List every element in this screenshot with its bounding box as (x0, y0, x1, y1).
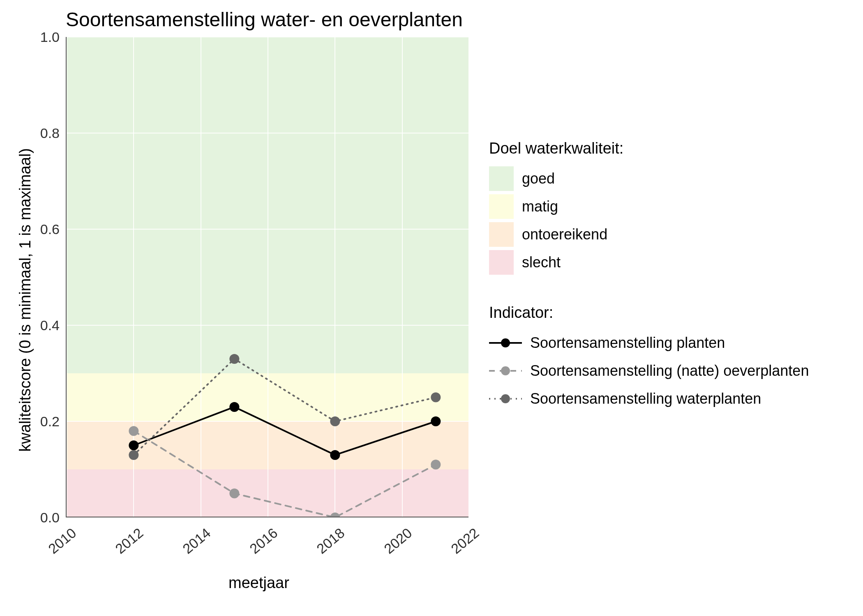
x-tick-label: 2020 (381, 525, 415, 557)
legend-band-label: matig (522, 198, 558, 215)
x-tick-label: 2018 (314, 525, 348, 557)
legend-band-row: ontoereikend (489, 221, 623, 248)
series-point (330, 450, 340, 460)
y-tick-label: 0.6 (35, 221, 60, 237)
legend-bands-title: Doel waterkwaliteit: (489, 140, 623, 157)
legend-series: Indicator: Soortensamenstelling plantenS… (489, 304, 809, 413)
y-tick-label: 0.8 (35, 125, 60, 141)
legend-key (489, 335, 522, 351)
svg-point-1 (501, 338, 510, 347)
series-line (134, 431, 436, 517)
legend-series-row: Soortensamenstelling (natte) oeverplante… (489, 357, 809, 385)
series-point (229, 354, 239, 364)
y-tick-label: 0.4 (35, 317, 60, 333)
legend-band-label: slecht (522, 254, 561, 271)
chart-title: Soortensamenstelling water- en oeverplan… (66, 8, 463, 31)
x-tick-label: 2016 (247, 525, 281, 557)
y-tick-label: 0.0 (35, 510, 60, 526)
series-line (134, 359, 436, 455)
legend-key (489, 391, 522, 407)
legend-swatch (489, 166, 514, 191)
legend-key (489, 363, 522, 379)
x-tick-label: 2010 (45, 525, 79, 557)
legend-series-row: Soortensamenstelling planten (489, 329, 809, 357)
legend-band-label: ontoereikend (522, 226, 607, 243)
series-point (129, 441, 138, 451)
legend-series-title: Indicator: (489, 304, 809, 322)
series-point (129, 426, 138, 436)
series-point (229, 402, 239, 412)
legend-series-label: Soortensamenstelling planten (530, 334, 725, 352)
svg-point-5 (501, 394, 510, 403)
legend-bands: Doel waterkwaliteit: goedmatigontoereike… (489, 140, 623, 276)
legend-swatch (489, 250, 514, 275)
series-point (431, 460, 441, 469)
series-point (229, 489, 239, 499)
svg-point-3 (501, 366, 510, 375)
legend-series-label: Soortensamenstelling (natte) oeverplante… (530, 362, 809, 379)
legend-band-label: goed (522, 170, 555, 187)
plot-panel (66, 37, 468, 517)
legend-band-row: slecht (489, 248, 623, 276)
series-line (134, 407, 436, 455)
legend-series-row: Soortensamenstelling waterplanten (489, 385, 809, 413)
chart-container: Soortensamenstelling water- en oeverplan… (0, 0, 863, 616)
series-point (330, 416, 340, 426)
series-point (431, 416, 441, 426)
y-tick-label: 0.2 (35, 414, 60, 430)
series-point (129, 450, 138, 460)
legend-swatch (489, 222, 514, 247)
gridline-h (67, 517, 468, 517)
x-axis-label: meetjaar (228, 574, 289, 592)
y-tick-label: 1.0 (35, 29, 60, 45)
series-point (431, 393, 441, 402)
plot-svg (67, 37, 468, 517)
legend-band-row: matig (489, 193, 623, 221)
legend-series-label: Soortensamenstelling waterplanten (530, 390, 761, 407)
x-tick-label: 2014 (180, 525, 214, 557)
y-axis-label: kwaliteitscore (0 is minimaal, 1 is maxi… (16, 148, 34, 452)
x-tick-label: 2022 (448, 525, 482, 557)
legend-band-row: goed (489, 165, 623, 193)
legend-swatch (489, 194, 514, 219)
x-tick-label: 2012 (112, 525, 146, 557)
series-point (330, 513, 340, 517)
